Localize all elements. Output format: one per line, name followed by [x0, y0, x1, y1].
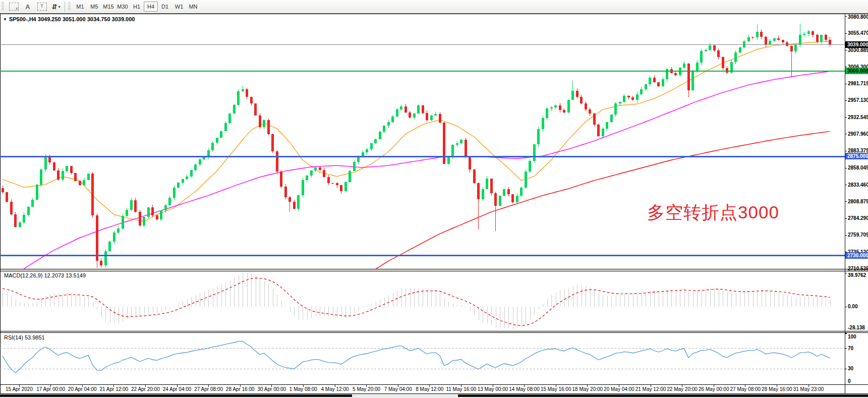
horizontal-scrollbar[interactable] — [0, 394, 868, 398]
price-axis-label: 2932.545 — [848, 115, 868, 120]
time-axis-label: 21 May 12:00 — [635, 386, 666, 392]
ma-mid-line — [3, 71, 830, 284]
time-axis-label: 15 Apr 2020 — [6, 386, 33, 392]
time-axis-label: 1 May 08:00 — [290, 386, 317, 392]
rsi-axis-label: 100 — [848, 334, 856, 339]
time-axis-label: 31 May 23:00 — [793, 386, 824, 392]
time-axis-label: 26 May 00:00 — [699, 386, 729, 392]
moving-averages — [3, 41, 830, 285]
price-axis-label: 2981.715 — [848, 81, 868, 86]
time-axis-label: 15 May 16:00 — [541, 386, 571, 392]
price-badge-3039.000: 3039.000 — [845, 41, 868, 48]
price-axis-label: 2833.460 — [848, 182, 868, 188]
level-line-2875.000 — [0, 156, 845, 157]
price-axis-label: 2784.290 — [848, 215, 868, 221]
scrollbar-track-left[interactable] — [0, 394, 352, 397]
time-axis-label: 20 May 04:00 — [604, 386, 634, 392]
time-axis-label: 21 Apr 12:00 — [99, 386, 128, 392]
time-axis-label: 20 Apr 04:00 — [68, 386, 97, 392]
rsi-axis-label: 70 — [848, 346, 853, 351]
price-axis-label: 2957.130 — [848, 97, 868, 103]
time-axis-label: 27 May 08:00 — [730, 386, 761, 392]
time-axis-label: 14 May 08:00 — [509, 386, 540, 392]
time-axis-label: 22 Apr 20:00 — [131, 386, 160, 392]
rsi-line — [3, 341, 830, 373]
level-line-2730.000 — [0, 255, 845, 256]
mt4-window: FAT⇵▾ M1M5M15M30H1H4D1W1MN ▼SP500-,H4 30… — [0, 0, 868, 398]
annotation-text: 多空转折点3000 — [647, 201, 779, 224]
time-axis-label: 27 Apr 08:00 — [194, 386, 223, 392]
price-axis-label: 2907.960 — [848, 131, 868, 137]
symbol-title-text: SP500-,H4 3049.250 3051.000 3034.750 303… — [9, 16, 135, 22]
rsi-label: RSI(14) 53.9851 — [4, 334, 45, 340]
time-axis-label: 22 May 20:00 — [667, 386, 698, 392]
ma-fast-line — [3, 41, 830, 221]
rsi-axis-label: 0 — [848, 378, 851, 384]
time-axis-label: 7 May 04:00 — [384, 386, 412, 392]
price-axis-label: 3080.800 — [848, 14, 868, 20]
price-axis-label: 2808.875 — [848, 199, 868, 204]
current-price-line — [0, 44, 845, 45]
rsi-axis-label: 30 — [848, 366, 853, 371]
time-axis-label: 28 May 16:00 — [762, 386, 792, 392]
chart-canvas[interactable] — [0, 0, 868, 398]
time-axis-label: 13 May 00:00 — [478, 386, 508, 392]
macd-axis-label: -28.138 — [848, 325, 865, 330]
time-axis-label: 4 May 12:00 — [321, 386, 349, 392]
symbol-title: ▼SP500-,H4 3049.250 3051.000 3034.750 30… — [3, 16, 135, 22]
price-axis-label: 2710.535 — [848, 266, 868, 271]
time-axis-label: 28 Apr 16:00 — [226, 386, 255, 392]
time-axis-label: 18 May 20:00 — [572, 386, 603, 392]
level-line-3000.000 — [0, 71, 845, 72]
time-axis-label: 8 May 12:00 — [416, 386, 443, 392]
time-axis-label: 11 May 16:00 — [446, 386, 476, 392]
rsi-panel-plot — [0, 341, 845, 373]
macd-axis-label: 0.00 — [848, 304, 857, 309]
price-axis-label: 3055.470 — [848, 30, 868, 36]
price-badge-3000.000: 3000.000 — [845, 68, 868, 74]
time-axis-label: 24 Apr 04:00 — [163, 386, 192, 392]
scrollbar-track-right[interactable] — [458, 394, 868, 397]
price-axis-label: 3030.885 — [848, 47, 868, 53]
price-badge-2875.000: 2875.000 — [845, 153, 868, 159]
price-axis-label: 2858.045 — [848, 165, 868, 170]
time-axis-label: 5 May 20:00 — [353, 386, 380, 392]
macd-label: MACD(12,26,9) 12.2073 13.5149 — [4, 272, 86, 278]
price-badge-2730.000: 2730.000 — [845, 252, 868, 259]
time-axis-label: 30 Apr 00:00 — [257, 386, 286, 392]
time-axis-label: 17 Apr 00:00 — [36, 386, 65, 392]
candles — [2, 24, 832, 268]
chevron-down-icon[interactable]: ▼ — [3, 17, 7, 22]
macd-axis-label: 39.9762 — [848, 272, 866, 278]
macd-panel-plot — [3, 273, 830, 329]
price-axis-label: 2759.705 — [848, 232, 868, 238]
